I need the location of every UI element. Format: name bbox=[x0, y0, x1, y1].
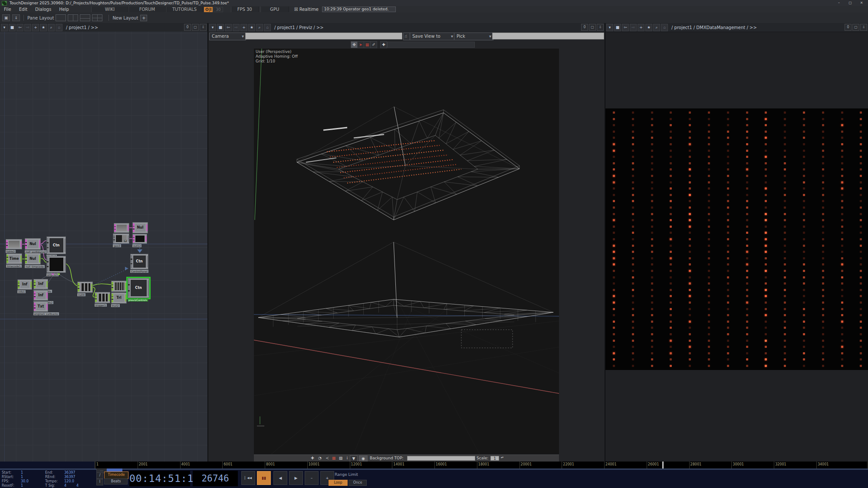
integer-mode-button[interactable]: I bbox=[96, 479, 103, 485]
once-button[interactable]: Once bbox=[349, 480, 367, 486]
back-icon[interactable]: ⇦ bbox=[225, 24, 232, 31]
camera-dropdown[interactable]: Camera▾ bbox=[209, 33, 246, 40]
back-icon[interactable]: ⇦ bbox=[16, 24, 23, 31]
geometry-icon[interactable]: ▧ bbox=[338, 455, 344, 461]
camera-icon[interactable]: ◔ bbox=[317, 455, 323, 461]
add-operator-icon[interactable]: + bbox=[32, 24, 39, 31]
node-trigger1[interactable] bbox=[95, 292, 110, 303]
beats-mode-button[interactable]: Beats bbox=[104, 478, 128, 485]
pause-button[interactable]: ▮▮ bbox=[257, 471, 271, 485]
step-forward-button[interactable]: ▶ bbox=[289, 471, 303, 485]
node-trail1[interactable] bbox=[111, 281, 127, 292]
menu-file[interactable]: File bbox=[0, 7, 15, 12]
pane-menu-dropdown[interactable]: ▾ bbox=[1, 24, 8, 31]
field-value[interactable]: 1 bbox=[21, 471, 23, 475]
scale-input[interactable]: 1 bbox=[490, 456, 499, 461]
node-timecode1[interactable]: Time bbox=[6, 253, 22, 264]
scale-stepper[interactable]: ▴▾ bbox=[500, 456, 504, 462]
search-icon[interactable]: ⌕ bbox=[48, 24, 55, 31]
oi-toggle-button[interactable]: O|I bbox=[204, 7, 213, 12]
layout-preset-two-columns[interactable] bbox=[68, 14, 78, 21]
camera-path-field[interactable] bbox=[245, 33, 402, 39]
forward-icon[interactable]: ⇨ bbox=[24, 24, 31, 31]
home-icon[interactable]: ⌂ bbox=[56, 24, 62, 31]
rewind-button[interactable]: ▏◀◀ bbox=[241, 471, 255, 485]
maximize-button[interactable]: ▢ bbox=[845, 0, 856, 6]
menubar-button-tutorials[interactable]: TUTORIALS bbox=[166, 7, 203, 12]
stop-icon[interactable]: ■ bbox=[614, 24, 621, 31]
keyboard-icon[interactable]: ▦ bbox=[331, 455, 337, 461]
snapshot-camera-button[interactable]: ◉ bbox=[359, 455, 368, 462]
keyboard-icon[interactable]: ▦ bbox=[364, 41, 371, 48]
node-glsl2d4[interactable] bbox=[114, 223, 129, 233]
network-canvas[interactable]: table2Nulnull_audioLevelTimetimecode1Nul… bbox=[0, 32, 207, 462]
node-out12[interactable] bbox=[132, 234, 147, 244]
field-value[interactable]: 4 bbox=[64, 484, 66, 488]
dock-icon[interactable]: ⇩ bbox=[597, 24, 604, 31]
field-value[interactable]: 4 bbox=[76, 484, 79, 488]
forward-icon[interactable]: ⇨ bbox=[233, 24, 240, 31]
frame-mode-button[interactable]: / bbox=[96, 472, 103, 479]
menubar-button-forum[interactable]: FORUM bbox=[128, 7, 166, 12]
bookmark-star-icon[interactable]: ★ bbox=[248, 24, 255, 31]
info-icon[interactable]: i bbox=[344, 455, 350, 461]
add-view-icon[interactable]: ✚ bbox=[380, 41, 387, 48]
node-engine1_info2[interactable]: Inf bbox=[33, 290, 48, 301]
add-operator-icon[interactable]: + bbox=[638, 24, 644, 31]
field-value[interactable]: 36397 bbox=[64, 471, 75, 475]
menu-dialogs[interactable]: Dialogs bbox=[31, 7, 55, 12]
node-null4[interactable] bbox=[77, 282, 93, 293]
bookmark-star-icon[interactable]: ★ bbox=[40, 24, 47, 31]
floating-window-icon[interactable]: ▢ bbox=[852, 24, 859, 31]
floating-window-icon[interactable]: ▢ bbox=[589, 24, 596, 31]
maximize-pane-icon[interactable]: ▣ bbox=[2, 14, 10, 21]
add-icon[interactable]: ✚ bbox=[309, 455, 316, 461]
menu-edit[interactable]: Edit bbox=[15, 7, 31, 12]
dock-icon[interactable]: ⇩ bbox=[860, 24, 867, 31]
forward-icon[interactable]: ⇨ bbox=[630, 24, 637, 31]
pane-menu-dropdown[interactable]: ▾ bbox=[606, 24, 613, 31]
3d-viewport[interactable]: User (Perspective)Adaptive Homing: OffGr… bbox=[254, 49, 559, 454]
home-icon[interactable]: ⌂ bbox=[264, 24, 271, 31]
step-back-button[interactable]: ◀ bbox=[273, 471, 287, 485]
bookmark-star-icon[interactable]: ★ bbox=[645, 24, 652, 31]
floating-window-icon[interactable]: ▢ bbox=[192, 24, 199, 31]
node-trail2[interactable]: Trl bbox=[111, 292, 127, 304]
layout-preset-grid[interactable] bbox=[92, 14, 102, 21]
minimize-button[interactable]: – bbox=[833, 0, 845, 6]
node-previzControls[interactable]: Ctn bbox=[128, 278, 149, 298]
field-value[interactable]: 1 bbox=[21, 484, 23, 488]
realtime-checkbox[interactable]: ☒ bbox=[294, 7, 298, 12]
node-engine1[interactable] bbox=[46, 256, 66, 273]
background-top-input[interactable] bbox=[407, 456, 475, 461]
menubar-button-wiki[interactable]: WIKI bbox=[91, 7, 128, 12]
camera-extra-field[interactable] bbox=[492, 33, 604, 39]
field-value[interactable]: 36397 bbox=[64, 475, 75, 479]
node-info1[interactable]: Inf bbox=[17, 279, 32, 290]
node-geo3[interactable]: M bbox=[113, 233, 129, 244]
node-engine1_info[interactable]: Inf bbox=[33, 279, 48, 289]
wire-link-icon[interactable]: ≺ bbox=[324, 455, 330, 461]
gpu-button[interactable]: GPU bbox=[260, 7, 289, 12]
close-button[interactable]: ✕ bbox=[856, 0, 867, 6]
node-table2[interactable] bbox=[6, 239, 22, 249]
loop-button[interactable]: Loop bbox=[329, 480, 348, 486]
node-out13[interactable]: Nul bbox=[132, 222, 148, 233]
search-icon[interactable]: ⌕ bbox=[256, 24, 263, 31]
field-value[interactable]: 120.0 bbox=[64, 479, 74, 483]
timecode-mode-button[interactable]: Timecode bbox=[104, 472, 128, 479]
playhead[interactable] bbox=[662, 462, 664, 468]
node-null_timecode[interactable]: Nul bbox=[25, 253, 41, 265]
pick-dropdown[interactable]: Pick▾ bbox=[454, 33, 493, 40]
new-layout-add-button[interactable]: + bbox=[140, 15, 147, 21]
node-engine1_callbacks[interactable]: Txt bbox=[33, 301, 48, 312]
layout-preset-two-rows[interactable] bbox=[80, 14, 90, 21]
search-icon[interactable]: ⌕ bbox=[653, 24, 660, 31]
probe-icon[interactable]: ✐ bbox=[370, 41, 377, 48]
field-value[interactable]: 1 bbox=[21, 475, 23, 479]
dock-icon[interactable]: ⇩ bbox=[200, 24, 207, 31]
field-value[interactable]: 30.0 bbox=[21, 479, 29, 483]
viewport-path-field[interactable] bbox=[387, 42, 475, 48]
back-icon[interactable]: ⇦ bbox=[622, 24, 629, 31]
node-null_audioLevel[interactable]: Nul bbox=[25, 238, 41, 250]
